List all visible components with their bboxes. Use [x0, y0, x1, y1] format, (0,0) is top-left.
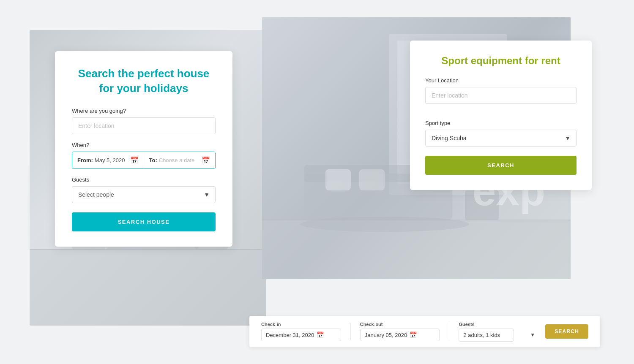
svg-point-15: [300, 217, 469, 232]
checkout-input-wrapper[interactable]: January 05, 2020 📅: [360, 329, 440, 341]
to-date-field[interactable]: To: Choose a date 📅: [144, 152, 216, 168]
bottom-guests-select[interactable]: 2 adults, 1 kids 1 adult 2 adults 2 adul…: [459, 329, 514, 342]
guests-group: Guests Select people 1 person 2 people 3…: [72, 177, 216, 203]
where-label: Where are you going?: [72, 108, 216, 114]
checkout-calendar-icon: 📅: [410, 331, 417, 338]
checkout-group: Check-out January 05, 2020 📅: [360, 322, 440, 341]
to-calendar-icon: 📅: [202, 156, 210, 164]
from-date-value: May 5, 2020: [95, 157, 125, 163]
page-wrapper: Search the perfect house for your holida…: [17, 17, 617, 347]
when-label: When?: [72, 142, 216, 148]
checkin-group: Check-in December 31, 2020 📅: [261, 322, 341, 341]
bottom-guests-label: Guests: [459, 322, 538, 327]
bottom-guests-chevron-icon: ▼: [530, 332, 535, 338]
svg-rect-1: [30, 250, 266, 326]
house-search-card: Search the perfect house for your holida…: [55, 51, 232, 247]
checkout-label: Check-out: [360, 322, 440, 327]
sport-search-button[interactable]: SEARCH: [425, 156, 577, 175]
checkin-input-wrapper[interactable]: December 31, 2020 📅: [261, 329, 341, 341]
svg-rect-14: [465, 190, 499, 220]
sport-select-wrapper: Diving Scuba Surfing Skiing Cycling ▼: [425, 130, 577, 147]
bottom-guests-group: Guests 2 adults, 1 kids 1 adult 2 adults…: [459, 322, 538, 342]
bottom-search-button[interactable]: SEARCH: [545, 324, 588, 339]
sport-equipment-card: Sport equipment for rent Your Location S…: [410, 41, 592, 190]
svg-rect-12: [325, 169, 351, 190]
separator-1: [350, 323, 351, 340]
guests-select-wrapper: Select people 1 person 2 people 3 people…: [72, 186, 216, 203]
svg-rect-13: [359, 169, 385, 190]
sport-location-label: Your Location: [425, 77, 577, 84]
sport-type-select[interactable]: Diving Scuba Surfing Skiing Cycling: [425, 130, 577, 147]
separator-2: [449, 323, 449, 340]
date-range-row: From: May 5, 2020 📅 To: Choose a date 📅: [72, 152, 216, 169]
location-group: Where are you going?: [72, 108, 216, 134]
sport-type-label: Sport type: [425, 120, 577, 126]
guests-label: Guests: [72, 177, 216, 183]
guests-select[interactable]: Select people 1 person 2 people 3 people: [72, 186, 216, 203]
sport-type-group: Sport type Diving Scuba Surfing Skiing C…: [425, 120, 577, 147]
search-house-button[interactable]: SEARCH HOUSE: [72, 212, 216, 231]
bottom-search-bar: Check-in December 31, 2020 📅 Check-out J…: [249, 316, 600, 347]
from-date-field[interactable]: From: May 5, 2020 📅: [72, 152, 144, 168]
checkin-value: December 31, 2020: [266, 332, 314, 338]
sport-location-group: Your Location: [425, 77, 577, 112]
bottom-guests-wrapper: 2 adults, 1 kids 1 adult 2 adults 2 adul…: [459, 329, 538, 342]
checkin-label: Check-in: [261, 322, 341, 327]
when-group: When? From: May 5, 2020 📅 To: Choose a d…: [72, 142, 216, 169]
to-label: To:: [149, 157, 157, 163]
to-date-placeholder: Choose a date: [159, 157, 195, 163]
from-label: From:: [77, 157, 93, 163]
location-input[interactable]: [72, 117, 216, 134]
sport-location-input[interactable]: [425, 87, 577, 104]
house-card-title: Search the perfect house for your holida…: [72, 66, 216, 96]
sport-card-title: Sport equipment for rent: [425, 54, 577, 67]
checkin-calendar-icon: 📅: [317, 331, 324, 338]
from-calendar-icon: 📅: [130, 156, 139, 164]
checkout-value: January 05, 2020: [365, 332, 407, 338]
